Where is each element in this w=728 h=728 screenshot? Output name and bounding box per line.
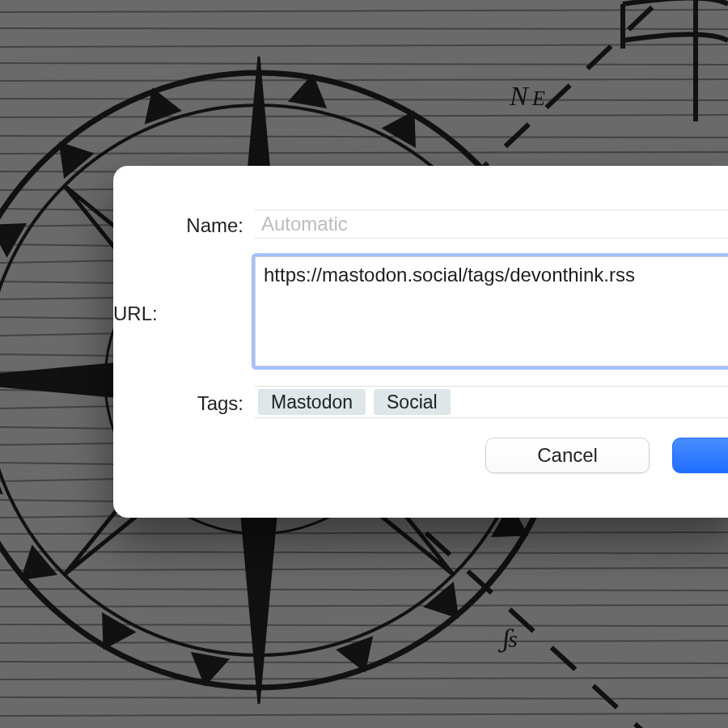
- tags-row: Tags: Mastodon Social: [113, 386, 728, 418]
- tags-input[interactable]: Mastodon Social: [255, 386, 728, 418]
- add-feed-dialog: Name: URL: Tags: Mastodon Social Cancel: [113, 166, 728, 518]
- tag-chip[interactable]: Mastodon: [258, 389, 366, 415]
- name-input[interactable]: [255, 210, 728, 239]
- name-row: Name:: [113, 210, 728, 239]
- svg-line-2: [0, 28, 728, 29]
- url-label: URL:: [113, 303, 158, 325]
- tags-label: Tags:: [113, 389, 255, 415]
- confirm-button[interactable]: [672, 438, 728, 473]
- url-field-focus-ring: [255, 256, 728, 366]
- tag-chip[interactable]: Social: [374, 389, 451, 415]
- svg-text:E: E: [531, 87, 545, 110]
- cancel-button[interactable]: Cancel: [485, 438, 650, 473]
- dialog-buttons: Cancel: [113, 438, 728, 473]
- url-input[interactable]: [256, 257, 728, 362]
- svg-text:N: N: [509, 81, 530, 111]
- name-label: Name:: [113, 211, 255, 237]
- url-row: URL:: [113, 256, 728, 368]
